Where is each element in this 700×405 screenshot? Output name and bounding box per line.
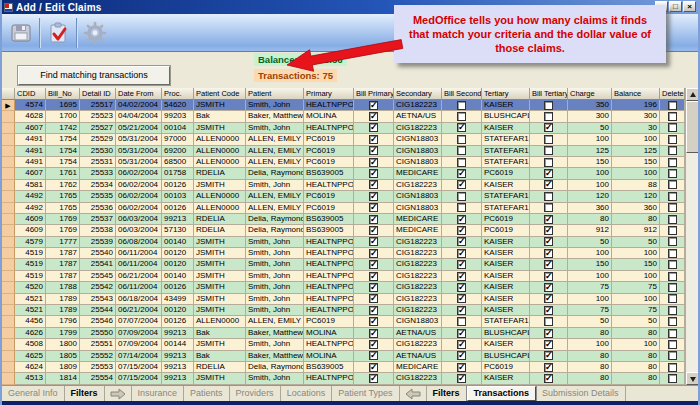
cell-bill-no[interactable]: 1769	[46, 214, 80, 225]
cell-bill-no[interactable]: 1799	[46, 328, 80, 339]
cell-date-from[interactable]: 06/21/2004	[116, 305, 162, 316]
cell-cdid[interactable]: 4520	[15, 282, 46, 293]
cell-balance[interactable]: 80	[612, 362, 660, 373]
column-header-tertiary[interactable]: Tertiary	[482, 88, 530, 100]
cell-tertiary[interactable]: PC6019	[482, 225, 530, 236]
bill-tertiary-checkbox[interactable]	[544, 112, 553, 121]
column-header-balance[interactable]: Balance	[612, 88, 660, 100]
cell-bill-no[interactable]: 1765	[46, 191, 80, 202]
cell-balance[interactable]: 125	[612, 146, 660, 157]
cell-bill-secondary[interactable]	[442, 111, 482, 122]
bill-tertiary-checkbox[interactable]: ✓	[544, 123, 553, 132]
cell-tertiary[interactable]: KAISER	[482, 294, 530, 305]
bill-primary-checkbox[interactable]: ✓	[369, 123, 378, 132]
cell-primary[interactable]: MOLINA	[304, 328, 354, 339]
cell-secondary[interactable]: CIG182223	[394, 100, 442, 111]
cell-bill-secondary[interactable]: ✓	[442, 180, 482, 191]
cell-bill-no[interactable]: 1754	[46, 146, 80, 157]
row-selector[interactable]	[2, 294, 15, 305]
cell-delete[interactable]	[660, 134, 685, 145]
cell-patient[interactable]: Delia, Raymond	[246, 362, 304, 373]
cell-tertiary[interactable]: KAISER	[482, 248, 530, 259]
cell-patient[interactable]: ALLEN, EMILY	[246, 146, 304, 157]
row-selector[interactable]	[2, 146, 15, 157]
cell-secondary[interactable]: CIG182223	[394, 294, 442, 305]
cell-bill-secondary[interactable]	[442, 316, 482, 327]
cell-tertiary[interactable]: PC6019	[482, 214, 530, 225]
bill-secondary-checkbox[interactable]: ✓	[457, 340, 466, 349]
cell-bill-secondary[interactable]: ✓	[442, 237, 482, 248]
cell-patient-code[interactable]: ALLEN0000	[194, 146, 246, 157]
cell-bill-secondary[interactable]	[442, 203, 482, 214]
cell-charge[interactable]: 360	[568, 203, 612, 214]
row-selector[interactable]	[2, 248, 15, 259]
bill-primary-checkbox[interactable]: ✓	[369, 237, 378, 246]
bill-tertiary-checkbox[interactable]: ✓	[544, 283, 553, 292]
cell-charge[interactable]: 300	[568, 111, 612, 122]
cell-bill-no[interactable]: 1700	[46, 111, 80, 122]
cell-bill-secondary[interactable]: ✓	[442, 123, 482, 134]
cell-date-from[interactable]: 06/02/2004	[116, 168, 162, 179]
cell-bill-secondary[interactable]	[442, 100, 482, 111]
cell-tertiary[interactable]: BLUSHCAPL	[482, 351, 530, 362]
cell-patient[interactable]: Smith, John	[246, 100, 304, 111]
cell-proc[interactable]: 00103	[162, 191, 194, 202]
delete-checkbox[interactable]	[668, 317, 677, 326]
cell-bill-primary[interactable]: ✓	[354, 282, 394, 293]
cell-delete[interactable]	[660, 168, 685, 179]
cell-bill-no[interactable]: 1754	[46, 134, 80, 145]
cell-bill-tertiary[interactable]: ✓	[530, 271, 568, 282]
cell-balance[interactable]: 150	[612, 157, 660, 168]
bill-primary-checkbox[interactable]: ✓	[369, 283, 378, 292]
cell-balance[interactable]: 75	[612, 282, 660, 293]
cell-date-from[interactable]: 06/18/2004	[116, 294, 162, 305]
cell-bill-secondary[interactable]: ✓	[442, 248, 482, 259]
cell-detail-id[interactable]: 25554	[80, 373, 116, 384]
cell-proc[interactable]: 00126	[162, 316, 194, 327]
grid-row-16[interactable]: 451917872554506/21/200400140JSMITHSmith,…	[2, 271, 698, 282]
cell-tertiary[interactable]: STATEFAR1	[482, 146, 530, 157]
cell-delete[interactable]	[660, 362, 685, 373]
cell-charge[interactable]: 80	[568, 328, 612, 339]
cell-bill-no[interactable]: 1800	[46, 339, 80, 350]
delete-checkbox[interactable]	[668, 101, 677, 110]
selected-row-arrow-icon[interactable]: ▶	[2, 100, 15, 111]
tab-patients[interactable]: Patients	[184, 386, 230, 402]
cell-bill-no[interactable]: 1695	[46, 100, 80, 111]
cell-cdid[interactable]: 4513	[15, 373, 46, 384]
cell-balance[interactable]: 150	[612, 259, 660, 270]
cell-delete[interactable]	[660, 305, 685, 316]
cell-date-from[interactable]: 06/11/2004	[116, 282, 162, 293]
bill-secondary-checkbox[interactable]: ✓	[457, 294, 466, 303]
cell-proc[interactable]: 68500	[162, 157, 194, 168]
cell-date-from[interactable]: 07/07/2004	[116, 316, 162, 327]
cell-delete[interactable]	[660, 271, 685, 282]
row-selector[interactable]	[2, 362, 15, 373]
cell-date-from[interactable]: 06/03/2004	[116, 225, 162, 236]
bill-secondary-checkbox[interactable]: ✓	[457, 123, 466, 132]
cell-detail-id[interactable]: 25534	[80, 180, 116, 191]
grid-row-12[interactable]: 460917692553806/03/200457130RDELIADelia,…	[2, 225, 698, 236]
row-selector[interactable]	[2, 214, 15, 225]
cell-tertiary[interactable]: KAISER	[482, 237, 530, 248]
cell-primary[interactable]: HEALTNPPO	[304, 259, 354, 270]
cell-patient[interactable]: ALLEN, EMILY	[246, 191, 304, 202]
cell-proc[interactable]: 54620	[162, 100, 194, 111]
column-header-bill-tertiary[interactable]: Bill Tertiary	[530, 88, 568, 100]
cell-bill-no[interactable]: 1787	[46, 248, 80, 259]
cell-secondary[interactable]: CIGN18803	[394, 157, 442, 168]
cell-bill-primary[interactable]: ✓	[354, 271, 394, 282]
vertical-scrollbar[interactable]	[685, 88, 698, 385]
bill-secondary-checkbox[interactable]: ✓	[457, 249, 466, 258]
cell-charge[interactable]: 350	[568, 100, 612, 111]
cell-tertiary[interactable]: KAISER	[482, 305, 530, 316]
cell-proc[interactable]: 99213	[162, 362, 194, 373]
bill-tertiary-checkbox[interactable]: ✓	[544, 180, 553, 189]
cell-primary[interactable]: HEALTNPPO	[304, 282, 354, 293]
column-header-detail-id[interactable]: Detail ID	[80, 88, 116, 100]
delete-checkbox[interactable]	[668, 374, 677, 383]
cell-patient[interactable]: Delia, Raymond	[246, 225, 304, 236]
cell-detail-id[interactable]: 25550	[80, 328, 116, 339]
cell-bill-primary[interactable]: ✓	[354, 225, 394, 236]
grid-row-4[interactable]: 449117542552905/31/200497000ALLEN0000ALL…	[2, 134, 698, 145]
